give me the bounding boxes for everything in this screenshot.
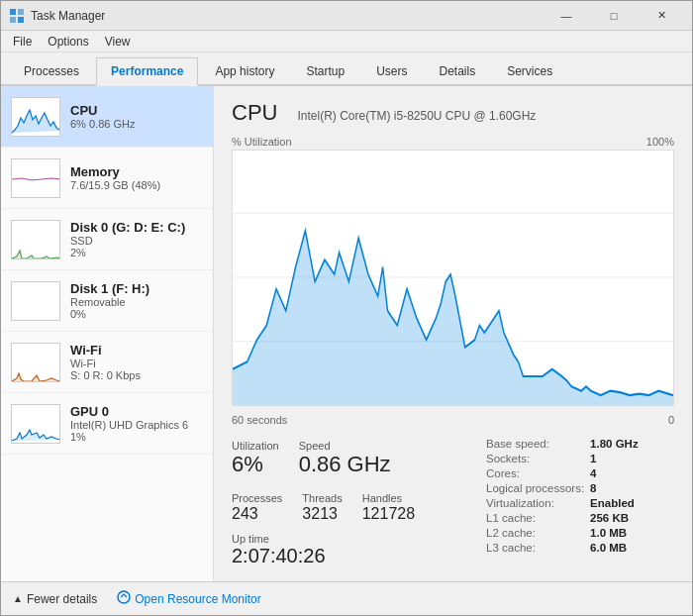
open-resource-monitor-button[interactable]: Open Resource Monitor [117, 590, 260, 607]
svg-point-15 [118, 591, 130, 603]
memory-sidebar-info: Memory 7.6/15.9 GB (48%) [70, 164, 203, 191]
right-stat-label: Virtualization: [486, 495, 590, 510]
right-stat-value: 1.80 GHz [590, 436, 644, 451]
sidebar: CPU 6% 0.86 GHz Memory 7.6/15.9 GB (48%) [1, 86, 214, 581]
svg-rect-0 [10, 9, 16, 15]
cpu-mini-chart [11, 97, 60, 137]
handles-label: Handles [362, 492, 415, 504]
main-subtitle: Intel(R) Core(TM) i5-8250U CPU @ 1.60GHz [297, 109, 536, 123]
wifi-sidebar-sub2: S: 0 R: 0 Kbps [70, 369, 203, 381]
gpu-sidebar-sub1: Intel(R) UHD Graphics 6 [70, 419, 203, 431]
right-stat-row: Logical processors:8 [486, 480, 644, 495]
chevron-up-icon: ▲ [13, 593, 23, 604]
wifi-mini-chart [11, 343, 60, 382]
sidebar-item-cpu[interactable]: CPU 6% 0.86 GHz [1, 86, 213, 148]
processes-value: 243 [232, 504, 282, 523]
uptime-value: 2:07:40:26 [232, 545, 476, 567]
tab-performance[interactable]: Performance [96, 57, 198, 86]
disk0-mini-chart [11, 220, 60, 259]
right-stat-label: L1 cache: [486, 510, 590, 525]
speed-value: 0.86 GHz [299, 452, 391, 477]
footer: ▲ Fewer details Open Resource Monitor [1, 581, 692, 615]
chart-y-max: 100% [646, 136, 674, 148]
right-stat-value: 1 [590, 451, 644, 465]
chart-y-label: % Utilization [232, 136, 292, 148]
cpu-sidebar-info: CPU 6% 0.86 GHz [70, 103, 203, 130]
wifi-sidebar-sub1: Wi-Fi [70, 358, 203, 369]
tab-app-history[interactable]: App history [200, 57, 289, 84]
cpu-chart-area [232, 150, 674, 406]
threads-value: 3213 [302, 504, 342, 523]
maximize-button[interactable]: □ [591, 2, 637, 30]
right-stat-label: Logical processors: [486, 480, 590, 495]
fewer-details-button[interactable]: ▲ Fewer details [13, 592, 97, 606]
uptime-stat: Up time 2:07:40:26 [232, 533, 476, 567]
svg-rect-1 [18, 9, 24, 15]
gpu-sidebar-sub2: 1% [70, 431, 203, 443]
menu-options[interactable]: Options [40, 33, 96, 51]
monitor-icon [117, 590, 131, 607]
right-stat-value: Enabled [590, 495, 644, 510]
proc-thread-handle-row: Processes 243 Threads 3213 Handles 12172… [232, 488, 476, 527]
stats-area: Utilization 6% Speed 0.86 GHz Processes … [232, 436, 674, 567]
task-manager-window: Task Manager — □ ✕ File Options View Pro… [0, 0, 693, 616]
cpu-sidebar-label: CPU [70, 103, 203, 118]
tab-bar: Processes Performance App history Startu… [1, 52, 692, 86]
svg-rect-7 [12, 282, 60, 321]
disk0-sidebar-info: Disk 0 (G: D: E: C:) SSD 2% [70, 220, 203, 258]
right-stats-panel: Base speed:1.80 GHzSockets:1Cores:4Logic… [476, 436, 674, 567]
minimize-button[interactable]: — [544, 2, 589, 30]
right-stat-label: L2 cache: [486, 525, 590, 540]
disk1-sidebar-label: Disk 1 (F: H:) [70, 281, 203, 296]
right-stat-row: Virtualization:Enabled [486, 495, 644, 510]
main-header: CPU Intel(R) Core(TM) i5-8250U CPU @ 1.6… [232, 100, 674, 126]
menu-file[interactable]: File [5, 33, 40, 51]
processes-label: Processes [232, 492, 282, 504]
tab-services[interactable]: Services [492, 57, 567, 84]
svg-rect-3 [18, 17, 24, 23]
svg-rect-2 [10, 17, 16, 23]
right-stat-row: Sockets:1 [486, 451, 644, 465]
title-bar: Task Manager — □ ✕ [1, 1, 692, 31]
menu-view[interactable]: View [97, 33, 139, 51]
uptime-label: Up time [232, 533, 476, 545]
disk0-sidebar-label: Disk 0 (G: D: E: C:) [70, 220, 203, 235]
wifi-sidebar-info: Wi-Fi Wi-Fi S: 0 R: 0 Kbps [70, 343, 203, 381]
sidebar-item-gpu[interactable]: GPU 0 Intel(R) UHD Graphics 6 1% [1, 393, 213, 455]
disk0-sidebar-sub2: 2% [70, 247, 203, 258]
tab-startup[interactable]: Startup [291, 57, 359, 84]
gpu-sidebar-info: GPU 0 Intel(R) UHD Graphics 6 1% [70, 404, 203, 443]
memory-sidebar-sub: 7.6/15.9 GB (48%) [70, 179, 203, 191]
threads-label: Threads [302, 492, 342, 504]
utilization-value: 6% [232, 452, 279, 477]
right-stat-label: L3 cache: [486, 540, 590, 555]
menu-bar: File Options View [1, 31, 692, 52]
right-stat-row: Cores:4 [486, 465, 644, 480]
sidebar-item-disk0[interactable]: Disk 0 (G: D: E: C:) SSD 2% [1, 209, 213, 270]
fewer-details-label: Fewer details [27, 592, 97, 606]
main-panel: CPU Intel(R) Core(TM) i5-8250U CPU @ 1.6… [214, 86, 692, 581]
close-button[interactable]: ✕ [639, 2, 684, 30]
right-stat-row: L2 cache:1.0 MB [486, 525, 644, 540]
speed-label: Speed [299, 440, 391, 452]
tab-details[interactable]: Details [424, 57, 490, 84]
right-stat-value: 6.0 MB [590, 540, 644, 555]
app-icon [9, 8, 25, 24]
chart-label-bottom: 60 seconds 0 [232, 414, 674, 426]
gpu-mini-chart [11, 404, 60, 444]
sidebar-item-disk1[interactable]: Disk 1 (F: H:) Removable 0% [1, 270, 213, 332]
left-stats: Utilization 6% Speed 0.86 GHz Processes … [232, 436, 476, 567]
sidebar-item-wifi[interactable]: Wi-Fi Wi-Fi S: 0 R: 0 Kbps [1, 332, 213, 393]
tab-users[interactable]: Users [361, 57, 422, 84]
window-title: Task Manager [31, 9, 544, 23]
tab-processes[interactable]: Processes [9, 57, 94, 84]
sidebar-item-memory[interactable]: Memory 7.6/15.9 GB (48%) [1, 148, 213, 209]
handles-stat: Handles 121728 [362, 488, 415, 527]
handles-value: 121728 [362, 504, 415, 523]
wifi-sidebar-label: Wi-Fi [70, 343, 203, 358]
disk1-mini-chart [11, 281, 60, 321]
right-stat-value: 1.0 MB [590, 525, 644, 540]
right-stat-label: Base speed: [486, 436, 590, 451]
disk1-sidebar-sub2: 0% [70, 308, 203, 320]
right-stat-row: L3 cache:6.0 MB [486, 540, 644, 555]
